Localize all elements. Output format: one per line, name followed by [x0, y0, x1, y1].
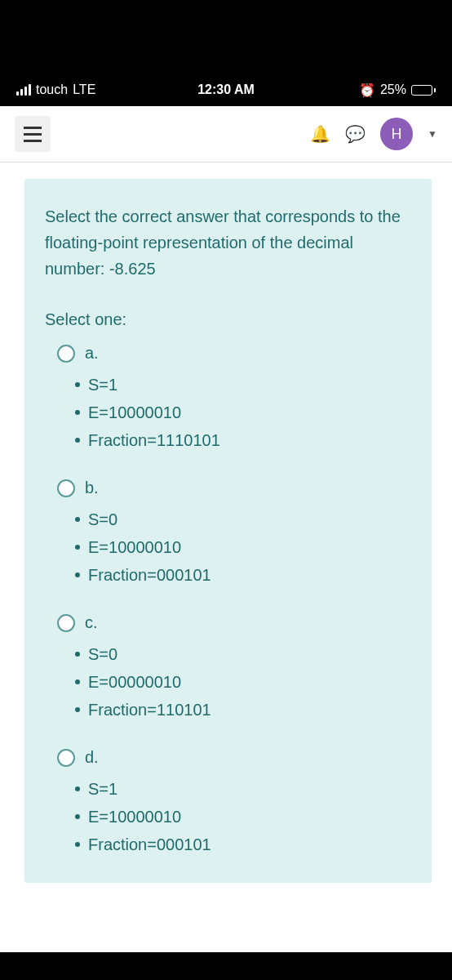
option-d-s: S=1 — [75, 775, 411, 803]
option-b-e: E=10000010 — [75, 533, 411, 561]
option-c: c. S=0 E=00000010 Fraction=110101 — [45, 613, 411, 724]
option-a-label: a. — [85, 344, 99, 363]
option-b: b. S=0 E=10000010 Fraction=000101 — [45, 479, 411, 589]
option-d-header[interactable]: d. — [57, 748, 411, 767]
status-time: 12:30 AM — [197, 82, 255, 97]
app-header: 🔔 💬 H ▼ — [0, 106, 452, 163]
option-b-label: b. — [85, 479, 99, 497]
option-d-items: S=1 E=10000010 Fraction=000101 — [57, 775, 411, 858]
avatar[interactable]: H — [380, 118, 413, 150]
option-a-e: E=10000010 — [75, 399, 411, 426]
menu-button[interactable] — [15, 116, 51, 152]
question-prompt: Select the correct answer that correspon… — [45, 203, 411, 282]
option-b-header[interactable]: b. — [57, 479, 411, 497]
radio-d[interactable] — [57, 749, 75, 767]
option-d-e: E=10000010 — [75, 803, 411, 831]
option-c-label: c. — [85, 613, 98, 632]
option-a-header[interactable]: a. — [57, 344, 411, 363]
option-c-e: E=00000010 — [75, 668, 411, 696]
option-a-s: S=1 — [75, 371, 411, 399]
network-type: LTE — [73, 82, 95, 97]
alarm-icon: ⏰ — [359, 82, 375, 98]
option-d-label: d. — [85, 748, 99, 767]
option-c-s: S=0 — [75, 640, 411, 668]
option-c-header[interactable]: c. — [57, 613, 411, 632]
chat-icon[interactable]: 💬 — [345, 124, 366, 144]
signal-icon — [16, 84, 31, 96]
option-b-items: S=0 E=10000010 Fraction=000101 — [57, 506, 411, 589]
carrier-name: touch — [36, 82, 68, 97]
chevron-down-icon[interactable]: ▼ — [428, 128, 437, 140]
radio-c[interactable] — [57, 614, 75, 632]
hamburger-icon — [24, 127, 42, 142]
battery-icon — [411, 85, 436, 96]
bell-icon[interactable]: 🔔 — [310, 124, 330, 144]
option-a: a. S=1 E=10000010 Fraction=1110101 — [45, 344, 411, 454]
option-b-s: S=0 — [75, 506, 411, 533]
question-card: Select the correct answer that correspon… — [24, 179, 432, 883]
option-a-items: S=1 E=10000010 Fraction=1110101 — [57, 371, 411, 454]
status-left: touch LTE — [16, 82, 95, 97]
bottom-bar — [0, 952, 452, 980]
option-c-items: S=0 E=00000010 Fraction=110101 — [57, 640, 411, 724]
option-d: d. S=1 E=10000010 Fraction=000101 — [45, 748, 411, 858]
battery-percent: 25% — [380, 82, 406, 97]
status-right: ⏰ 25% — [359, 82, 436, 98]
select-one-label: Select one: — [45, 310, 411, 329]
option-d-f: Fraction=000101 — [75, 831, 411, 858]
radio-a[interactable] — [57, 345, 75, 363]
status-bar: touch LTE 12:30 AM ⏰ 25% — [0, 0, 452, 106]
option-b-f: Fraction=000101 — [75, 561, 411, 589]
radio-b[interactable] — [57, 479, 75, 497]
option-c-f: Fraction=110101 — [75, 696, 411, 724]
content-area: Select the correct answer that correspon… — [0, 163, 452, 952]
header-right: 🔔 💬 H ▼ — [310, 118, 437, 150]
option-a-f: Fraction=1110101 — [75, 426, 411, 454]
